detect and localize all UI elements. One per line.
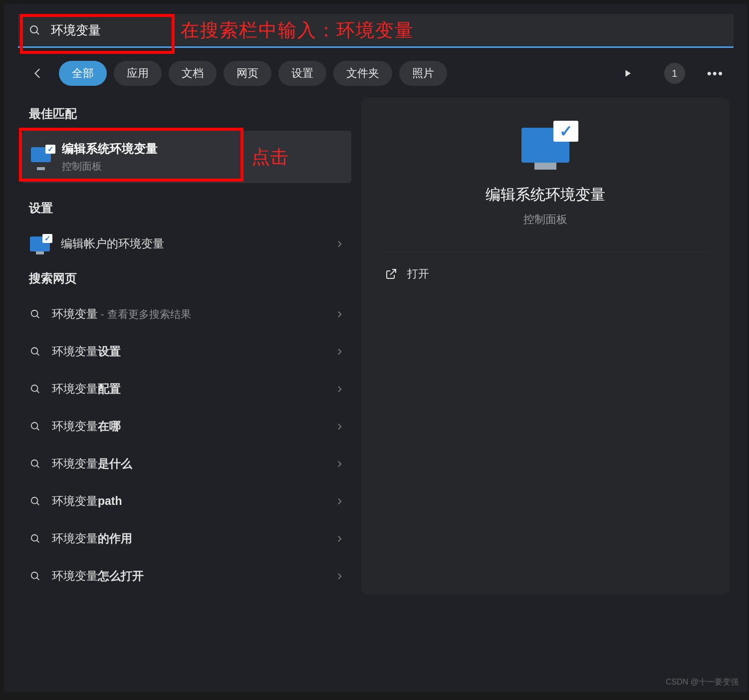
web-search-item[interactable]: 环境变量怎么打开 [22, 557, 351, 595]
search-icon [29, 24, 41, 36]
best-match-title: 编辑系统环境变量 [62, 141, 158, 157]
svg-line-8 [37, 390, 39, 393]
section-search-web: 搜索网页 [22, 262, 351, 295]
svg-line-6 [37, 353, 39, 355]
tab-settings[interactable]: 设置 [278, 61, 326, 86]
web-search-item[interactable]: 环境变量在哪 [22, 408, 351, 445]
web-search-item[interactable]: 环境变量 - 查看更多搜索结果 [22, 295, 351, 333]
list-item-label: 环境变量 - 查看更多搜索结果 [52, 306, 324, 322]
tab-all[interactable]: 全部 [59, 61, 107, 86]
search-input[interactable] [51, 23, 171, 37]
tab-docs[interactable]: 文档 [169, 61, 217, 86]
svg-point-5 [31, 347, 38, 354]
more-icon[interactable]: ••• [707, 66, 724, 81]
svg-point-9 [31, 422, 38, 429]
svg-point-0 [30, 26, 37, 33]
play-icon[interactable] [623, 69, 632, 78]
annotation-search: 在搜索栏中输入：环境变量 [181, 18, 414, 43]
svg-line-18 [37, 577, 39, 580]
svg-point-15 [31, 534, 38, 541]
svg-marker-2 [625, 70, 631, 77]
best-match-sub: 控制面板 [62, 160, 158, 173]
notification-badge[interactable]: 1 [664, 63, 685, 84]
back-arrow-icon[interactable] [32, 67, 45, 80]
open-action[interactable]: 打开 [381, 252, 710, 295]
svg-line-1 [36, 32, 39, 34]
chevron-right-icon [335, 310, 343, 318]
best-match-item[interactable]: ✓ 编辑系统环境变量 控制面板 点击 [22, 131, 351, 183]
monitor-check-icon: ✓ [31, 147, 53, 167]
filter-tabs: 全部 应用 文档 网页 设置 文件夹 照片 1 ••• [4, 48, 748, 98]
search-icon [30, 309, 41, 320]
search-icon [30, 459, 41, 469]
tab-web[interactable]: 网页 [224, 61, 271, 86]
list-item-label: 环境变量的作用 [52, 531, 324, 546]
preview-panel: ✓ 编辑系统环境变量 控制面板 打开 [361, 98, 730, 595]
search-icon [30, 533, 41, 544]
chevron-right-icon [335, 385, 343, 393]
tab-photos[interactable]: 照片 [399, 61, 447, 86]
svg-point-3 [31, 310, 38, 316]
svg-line-4 [37, 315, 39, 318]
svg-point-13 [31, 497, 38, 503]
web-search-item[interactable]: 环境变量的作用 [22, 520, 351, 557]
web-search-item[interactable]: 环境变量设置 [22, 333, 351, 370]
svg-point-11 [31, 460, 38, 466]
chevron-right-icon [335, 348, 343, 356]
chevron-right-icon [335, 460, 343, 468]
monitor-check-icon: ✓ [30, 236, 50, 251]
preview-sub: 控制面板 [381, 212, 710, 227]
chevron-right-icon [335, 423, 343, 431]
search-icon [30, 421, 41, 432]
chevron-right-icon [335, 497, 343, 505]
settings-item-edit-user-env[interactable]: ✓ 编辑帐户的环境变量 [22, 225, 351, 262]
search-icon [30, 346, 41, 357]
section-best-match: 最佳匹配 [22, 98, 351, 131]
search-icon [30, 496, 41, 507]
search-icon [30, 384, 41, 395]
list-item-label: 环境变量是什么 [52, 456, 324, 471]
watermark: CSDN @十一要变强 [666, 677, 739, 688]
svg-point-7 [31, 385, 38, 391]
list-item-label: 环境变量设置 [52, 344, 324, 359]
svg-line-14 [37, 502, 39, 505]
annotation-click: 点击 [251, 145, 288, 170]
monitor-check-icon-large: ✓ [518, 128, 573, 170]
chevron-right-icon [335, 240, 343, 248]
open-label: 打开 [407, 266, 429, 281]
web-search-item[interactable]: 环境变量配置 [22, 370, 351, 408]
list-item-label: 环境变量怎么打开 [52, 568, 324, 584]
tab-apps[interactable]: 应用 [114, 61, 162, 86]
list-item-label: 编辑帐户的环境变量 [61, 236, 324, 251]
open-icon [385, 268, 397, 280]
chevron-right-icon [335, 535, 343, 543]
svg-line-12 [37, 465, 39, 467]
section-settings: 设置 [22, 192, 351, 225]
svg-line-10 [37, 428, 39, 430]
list-item-label: 环境变量配置 [52, 381, 324, 397]
web-search-item[interactable]: 环境变量是什么 [22, 445, 351, 482]
search-icon [30, 571, 41, 582]
svg-line-16 [37, 540, 39, 542]
list-item-label: 环境变量path [52, 493, 324, 509]
preview-title: 编辑系统环境变量 [381, 185, 710, 205]
chevron-right-icon [335, 572, 343, 580]
search-bar[interactable]: 在搜索栏中输入：环境变量 [18, 14, 734, 48]
tab-folders[interactable]: 文件夹 [333, 61, 392, 86]
svg-point-17 [31, 572, 38, 578]
web-search-item[interactable]: 环境变量path [22, 482, 351, 520]
list-item-label: 环境变量在哪 [52, 419, 324, 434]
